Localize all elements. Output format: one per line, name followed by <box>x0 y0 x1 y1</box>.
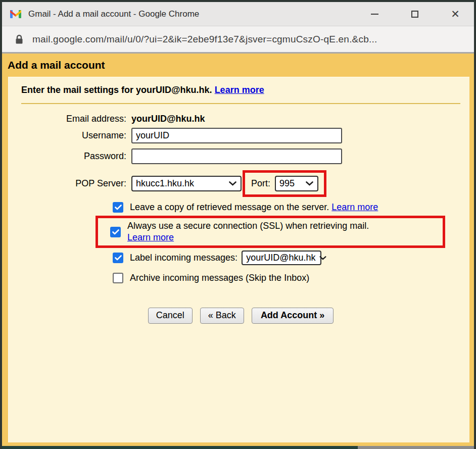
leave-copy-checkbox[interactable] <box>113 202 123 213</box>
page-body: Enter the mail settings for yourUID@hku.… <box>2 77 474 442</box>
pop-server-label: POP Server: <box>21 178 126 189</box>
title-bar: Gmail - Add a mail account - Google Chro… <box>2 2 474 26</box>
chevron-down-icon <box>306 181 313 186</box>
port-value: 995 <box>279 178 295 189</box>
pop-server-select[interactable]: hkucc1.hku.hk <box>131 176 242 191</box>
window-controls: ✕ <box>340 9 474 20</box>
email-address-row: Email address: yourUID@hku.hk <box>21 114 460 124</box>
close-icon: ✕ <box>451 9 460 19</box>
port-label: Port: <box>251 178 270 189</box>
browser-window: Gmail - Add a mail account - Google Chro… <box>0 0 476 449</box>
label-select[interactable]: yourUID@hku.hk <box>242 251 321 265</box>
label-select-value: yourUID@hku.hk <box>246 253 315 263</box>
add-account-button[interactable]: Add Account » <box>252 308 334 324</box>
maximize-button[interactable] <box>409 9 420 20</box>
leave-copy-label: Leave a copy of retrieved message on the… <box>130 202 378 213</box>
ssl-label: Always use a secure connection (SSL) whe… <box>127 220 369 243</box>
intro-text: Enter the mail settings for yourUID@hku.… <box>21 85 212 95</box>
page-title: Add a mail account <box>8 59 105 71</box>
lock-icon <box>15 34 23 44</box>
username-input[interactable] <box>131 128 342 143</box>
label-incoming-label: Label incoming messages: <box>130 252 237 264</box>
minimize-button[interactable] <box>369 9 380 20</box>
chevron-down-icon <box>319 256 326 260</box>
url-text: mail.google.com/mail/u/0/?ui=2&ik=2ebe9f… <box>32 34 377 45</box>
email-address-label: Email address: <box>21 114 126 124</box>
archive-checkbox[interactable] <box>113 273 123 283</box>
password-input[interactable] <box>131 148 342 164</box>
gmail-logo-icon <box>9 9 22 20</box>
mail-settings-form: Email address: yourUID@hku.hk Username: … <box>21 114 460 324</box>
leave-copy-row: Leave a copy of retrieved message on the… <box>113 202 460 213</box>
label-incoming-checkbox[interactable] <box>113 253 123 263</box>
window-title: Gmail - Add a mail account - Google Chro… <box>28 9 199 19</box>
bottom-edge-right <box>358 446 474 449</box>
check-icon <box>115 205 122 210</box>
cancel-button[interactable]: Cancel <box>148 308 193 324</box>
password-label: Password: <box>21 151 126 162</box>
page-header: Add a mail account <box>2 54 474 77</box>
email-address-value: yourUID@hku.hk <box>131 114 205 124</box>
ssl-annotation-box: Always use a secure connection (SSL) whe… <box>96 216 445 248</box>
button-row: Cancel « Back Add Account » <box>21 308 460 324</box>
check-icon <box>112 229 119 235</box>
leave-copy-learn-more-link[interactable]: Learn more <box>331 202 378 212</box>
pop-server-row: POP Server: hkucc1.hku.hk Port: 995 <box>21 170 460 197</box>
pop-server-value: hkucc1.hku.hk <box>136 178 194 189</box>
settings-panel: Enter the mail settings for yourUID@hku.… <box>8 77 469 442</box>
port-select[interactable]: 995 <box>275 176 318 191</box>
close-button[interactable]: ✕ <box>450 9 461 20</box>
address-bar[interactable]: mail.google.com/mail/u/0/?ui=2&ik=2ebe9f… <box>2 26 474 54</box>
separator <box>21 103 460 104</box>
intro-line: Enter the mail settings for yourUID@hku.… <box>21 85 460 95</box>
chevron-down-icon <box>229 181 236 186</box>
password-row: Password: <box>21 148 460 164</box>
ssl-checkbox[interactable] <box>110 227 121 237</box>
minimize-icon <box>371 14 378 15</box>
back-button[interactable]: « Back <box>200 308 244 324</box>
archive-label: Archive incoming messages (Skip the Inbo… <box>130 272 309 284</box>
username-row: Username: <box>21 128 460 143</box>
intro-learn-more-link[interactable]: Learn more <box>215 85 264 95</box>
label-incoming-row: Label incoming messages: yourUID@hku.hk <box>113 251 460 265</box>
archive-row: Archive incoming messages (Skip the Inbo… <box>113 272 460 284</box>
maximize-icon <box>411 11 418 18</box>
bottom-gold-strip <box>2 442 474 446</box>
ssl-learn-more-link[interactable]: Learn more <box>127 232 174 242</box>
username-label: Username: <box>21 130 126 141</box>
check-icon <box>115 255 122 261</box>
bottom-edge-left <box>2 446 358 449</box>
bottom-edge <box>2 446 474 449</box>
port-annotation-box: Port: 995 <box>243 170 326 197</box>
